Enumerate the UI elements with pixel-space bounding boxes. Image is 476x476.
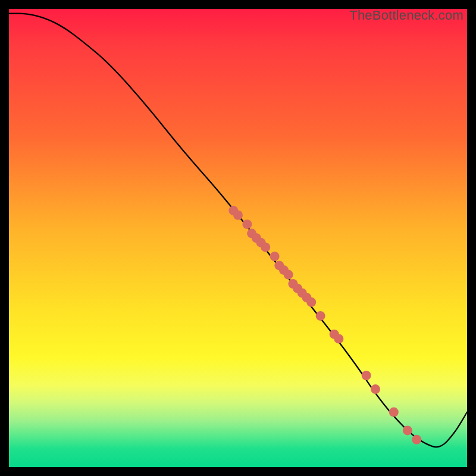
marker-dot xyxy=(403,425,412,435)
marker-dot xyxy=(371,384,380,394)
marker-dot xyxy=(270,252,280,261)
marker-dot xyxy=(334,334,343,343)
marker-dot xyxy=(284,270,293,280)
marker-dot xyxy=(261,242,270,252)
chart-overlay xyxy=(9,9,467,467)
marker-dot xyxy=(412,435,421,444)
marker-dot xyxy=(362,371,371,380)
bottleneck-curve xyxy=(9,14,467,447)
marker-dot xyxy=(233,211,243,220)
marker-dot xyxy=(316,311,325,321)
chart-frame: TheBottleneck.com xyxy=(0,0,476,476)
marker-dot xyxy=(242,220,252,229)
marker-dot xyxy=(306,298,316,307)
marker-dot xyxy=(389,408,399,417)
